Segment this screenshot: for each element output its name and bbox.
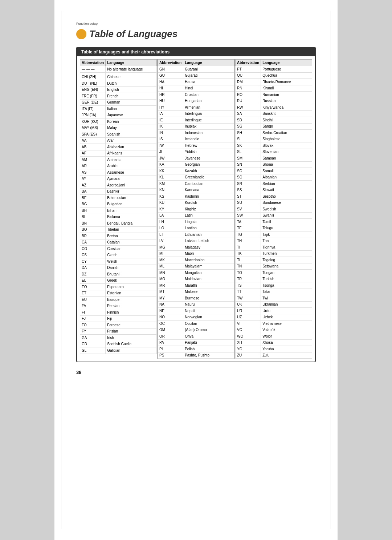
table-row: BIBislama [80,214,157,220]
lang-cell: Setswana [261,263,312,270]
lang-cell: Esperanto [106,284,157,290]
table-row: TOTongan [236,270,312,276]
page-border-left [61,11,62,529]
lang-cell: Nauru [183,301,234,308]
lang-cell: Sanskrit [261,110,312,117]
lang-cell: Scottish Gaelic [106,341,157,347]
abbr-cell: OC [158,321,183,327]
lang-cell: Tatar [261,289,312,295]
table-row: KLGreenlandic [158,174,234,181]
abbr-cell: LA [158,212,183,219]
table-container: Abbreviation Language — — —No alternate … [77,56,315,362]
lang-cell: Sindhi [261,117,312,124]
lang-cell: Zulu [261,352,312,359]
abbr-cell: GA [80,335,106,341]
table-row: SNShona [236,161,312,168]
col2-lang-header: Language [183,60,234,66]
lang-cell: Marathi [183,282,234,289]
abbr-cell: PL [158,346,183,352]
table-row: PSPashto, Pushto [158,352,234,359]
abbr-cell: SQ [236,174,261,181]
lang-cell: Bislama [106,214,157,220]
table-row: PAPanjabi [158,339,234,346]
lang-cell: Tagalog [261,257,312,263]
table-row: SVSwedish [236,206,312,213]
abbr-cell: KY [158,206,183,213]
abbr-cell: SH [236,130,261,136]
lang-cell: Interlingue [183,117,234,124]
abbr-cell: ENG (EN) [80,86,106,93]
table-row: ETEstonian [80,290,157,297]
lang-cell: Kurdish [183,200,234,206]
table-row: SDSindhi [236,117,312,124]
table-row: WOWolof [236,333,312,340]
page-title: Table of Languages [76,28,316,40]
table-row: MGMalagasy [158,244,234,251]
table-row: TRTurkish [236,276,312,282]
abbr-cell: KU [158,200,183,206]
abbr-cell: SV [236,206,261,213]
table-row: SUSundanese [236,200,312,206]
table-row: ITA (IT)Italian [80,106,157,112]
table-row: XHXhosa [236,339,312,346]
abbr-cell: ITA (IT) [80,106,106,112]
table-row: MKMacedonian [158,257,234,263]
abbr-cell: TH [236,238,261,244]
lang-cell: Afar [106,137,157,144]
table-row: RWKinyarwanda [236,104,312,111]
lang-cell: Faroese [106,322,157,329]
abbr-cell: IW [158,142,183,149]
lang-cell: Ukrainian [261,301,312,308]
abbr-cell: TI [236,244,261,251]
lang-cell: Indonesian [183,130,234,136]
table-row: CHI (ZH)Chinese [80,74,157,80]
abbr-cell: GN [158,66,183,73]
table-row: CSCzech [80,252,157,258]
table-row: LALatin [158,212,234,219]
table-row: JWJavanese [158,155,234,162]
table-row: FYFrisian [80,328,157,335]
lang-cell: Singhalese [261,136,312,142]
table-row: SMSamoan [236,155,312,162]
table-row: SISinghalese [236,136,312,142]
abbr-cell: WO [236,333,261,340]
table-row: KOR (KO)Korean [80,118,157,125]
table-row: MOMoldavian [158,276,234,282]
abbr-cell: CHI (ZH) [80,74,106,80]
table-row: RURussian [236,98,312,104]
lang-cell: Slovenian [261,149,312,155]
abbr-cell: RW [236,104,261,111]
lang-cell: Yoruba [261,346,312,352]
abbr-cell: KOR (KO) [80,118,106,125]
table-row: ELGreek [80,277,157,284]
lang-cell: Telugu [261,225,312,231]
table-row: VIVietnamese [236,321,312,327]
table-row: QUQuechua [236,72,312,79]
lang-cell: Quechua [261,72,312,79]
table-row: KYKirghiz [158,206,234,213]
lang-cell: Maltese [183,289,234,295]
column-3: Abbreviation Language PTPortugueseQUQuec… [235,59,312,359]
table-row: COCorsican [80,246,157,252]
abbr-cell: TW [236,295,261,302]
table-row: MLMalayalam [158,263,234,270]
lang-cell: English [106,86,157,93]
lang-cell: Azerbaijani [106,182,157,189]
abbr-cell: HY [158,104,183,111]
table-row: JPN (JA)Japanese [80,112,157,118]
table-row: PLPolish [158,346,234,352]
lang-cell: Catalan [106,239,157,246]
table-row: AFAfrikaans [80,150,157,157]
table-row: BABashkir [80,188,157,195]
abbr-cell: FRE (FR) [80,93,106,100]
table-row: YOYoruba [236,346,312,352]
abbr-cell: MN [158,270,183,276]
table-row: HIHindi [158,85,234,92]
abbr-cell: TG [236,231,261,238]
abbr-cell: TT [236,289,261,295]
lang-cell: Chinese [106,74,157,80]
lang-cell: Oriya [183,333,234,340]
abbr-cell: HI [158,85,183,92]
table-row: JIYiddish [158,149,234,155]
abbr-cell: EO [80,284,106,290]
